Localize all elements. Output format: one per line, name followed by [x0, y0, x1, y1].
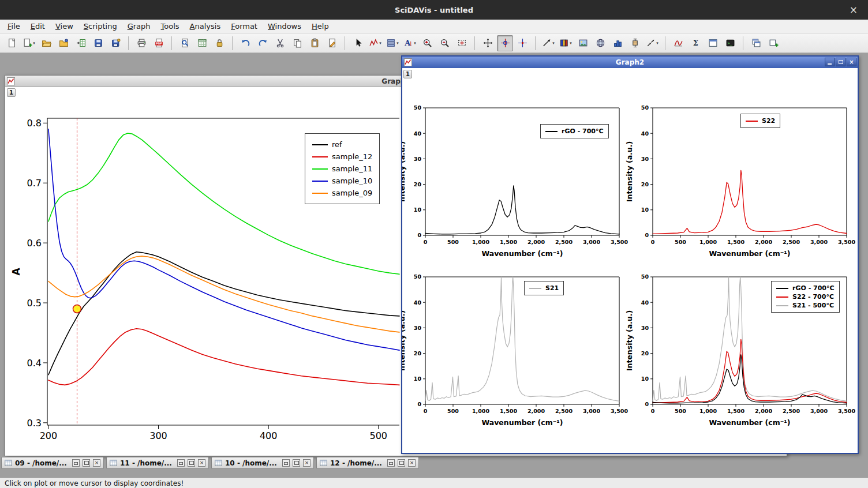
redo-button[interactable] — [255, 35, 271, 51]
menu-scripting[interactable]: Scripting — [78, 20, 122, 32]
script-window-button[interactable] — [705, 35, 721, 51]
arrange-layers-button[interactable]: ▾ — [384, 35, 401, 51]
copy-icon — [293, 38, 302, 48]
dropdown-arrow-icon[interactable]: ▾ — [33, 41, 35, 46]
close-button[interactable]: × — [198, 459, 205, 467]
zoom-in-button[interactable] — [419, 35, 435, 51]
uvvis-legend[interactable]: refsample_12sample_11sample_10sample_09 — [305, 133, 380, 204]
open-project-button[interactable] — [38, 35, 54, 51]
maximize-icon — [399, 461, 404, 465]
window-tab-10[interactable]: 10 - /home/...× — [211, 457, 314, 469]
screen-reader-button[interactable] — [514, 35, 530, 51]
menu-help[interactable]: Help — [306, 20, 334, 32]
new-graph-button[interactable]: ▾ — [21, 35, 37, 51]
close-button[interactable]: × — [303, 459, 310, 467]
svg-text:400: 400 — [260, 430, 278, 441]
maximize-button[interactable] — [836, 58, 845, 66]
export-pdf-button[interactable]: PDF — [151, 35, 167, 51]
raman-plot-s22[interactable]: 05001,0001,5002,0002,5003,0003,500010203… — [653, 108, 847, 235]
menu-file[interactable]: File — [2, 20, 25, 32]
maximize-button[interactable] — [83, 459, 90, 467]
pointer-button[interactable] — [350, 35, 366, 51]
plot-color-map-button[interactable]: ▾ — [558, 35, 574, 51]
app-close-button[interactable]: × — [844, 0, 863, 20]
window-tab-12[interactable]: 12 - /home/...× — [316, 457, 419, 469]
duplicate-window-icon — [751, 38, 761, 48]
select-data-range-button[interactable]: ▾ — [367, 35, 383, 51]
copy-button[interactable] — [289, 35, 305, 51]
save-project-button[interactable] — [90, 35, 106, 51]
save-template-icon — [111, 38, 121, 48]
dropdown-arrow-icon[interactable]: ▾ — [396, 41, 399, 46]
close-button[interactable]: × — [93, 459, 100, 467]
graph2-layer-button[interactable]: 1 — [403, 70, 412, 78]
raman-plot-s21[interactable]: 05001,0001,5002,0002,5003,0003,500010203… — [425, 277, 619, 404]
duplicate-window-button[interactable] — [748, 35, 764, 51]
dropdown-arrow-icon[interactable]: ▾ — [414, 41, 416, 46]
lock-toolbars-button[interactable] — [211, 35, 227, 51]
undo-button[interactable] — [237, 35, 253, 51]
cut-button[interactable] — [272, 35, 288, 51]
plot-vectors-button[interactable]: ▾ — [644, 35, 660, 51]
open-template-button[interactable] — [55, 35, 72, 51]
data-reader-button[interactable] — [497, 35, 513, 51]
window-tab-11[interactable]: 11 - /home/...× — [106, 457, 209, 469]
window-tab-09[interactable]: 09 - /home/...× — [1, 457, 104, 469]
plot-box-button[interactable] — [627, 35, 643, 51]
paste-button[interactable] — [306, 35, 323, 51]
project-explorer-button[interactable] — [177, 35, 193, 51]
maximize-button[interactable] — [398, 459, 405, 467]
rescale-axes-icon — [457, 38, 467, 48]
menu-format[interactable]: Format — [226, 20, 263, 32]
export-graph-button[interactable] — [324, 35, 340, 51]
graph2-window[interactable]: Graph2 × 1 05001,0001,5002,0002,5003,000… — [401, 55, 859, 454]
menu-view[interactable]: View — [50, 20, 78, 32]
menu-edit[interactable]: Edit — [25, 20, 50, 32]
plot-image-button[interactable] — [575, 35, 591, 51]
plot-bars-button[interactable] — [609, 35, 626, 51]
menu-analysis[interactable]: Analysis — [185, 20, 226, 32]
minimize-button[interactable] — [825, 58, 835, 66]
new-project-button[interactable] — [3, 35, 20, 51]
draw-arrow-button[interactable]: ▾ — [540, 35, 556, 51]
sum-of-functions-button[interactable]: Σ — [687, 35, 704, 51]
uvvis-plot[interactable]: 2003004005000.30.40.50.60.70.8Arefsample… — [47, 118, 399, 425]
maximize-button[interactable] — [293, 459, 300, 467]
import-ascii-button[interactable] — [73, 35, 89, 51]
save-template-button[interactable] — [107, 35, 124, 51]
fit-wizard-button[interactable] — [670, 35, 686, 51]
dropdown-arrow-icon[interactable]: ▾ — [379, 41, 381, 46]
zoom-out-button[interactable] — [436, 35, 452, 51]
raman1-legend[interactable]: rGO - 700°C — [540, 124, 609, 138]
dropdown-arrow-icon[interactable]: ▾ — [656, 41, 659, 46]
menu-windows[interactable]: Windows — [263, 20, 306, 32]
menu-graph[interactable]: Graph — [122, 20, 156, 32]
move-data-points-button[interactable] — [480, 35, 496, 51]
raman-plot-rgo[interactable]: 05001,0001,5002,0002,5003,0003,500010203… — [425, 108, 619, 235]
graph1-layer-button[interactable]: 1 — [7, 88, 16, 97]
restore-button[interactable] — [177, 459, 185, 467]
print-button[interactable] — [133, 35, 149, 51]
dropdown-arrow-icon[interactable]: ▾ — [552, 41, 555, 46]
raman2-legend[interactable]: S22 — [740, 114, 780, 128]
close-button[interactable]: × — [847, 58, 856, 66]
restore-button[interactable] — [72, 459, 80, 467]
python-console-button[interactable]: >_ — [722, 35, 738, 51]
maximize-button[interactable] — [188, 459, 195, 467]
plot-3d-sphere-button[interactable] — [592, 35, 608, 51]
rescale-axes-button[interactable] — [454, 35, 470, 51]
dropdown-arrow-icon[interactable]: ▾ — [570, 41, 572, 46]
restore-button[interactable] — [387, 459, 395, 467]
svg-text:50: 50 — [641, 273, 649, 280]
svg-text:0.3: 0.3 — [27, 418, 42, 429]
raman-plot-combined[interactable]: 05001,0001,5002,0002,5003,0003,500010203… — [653, 277, 847, 404]
add-text-button[interactable]: Al▾ — [402, 35, 418, 51]
raman3-legend[interactable]: S21 — [524, 281, 564, 295]
graph2-titlebar[interactable]: Graph2 × — [402, 57, 858, 68]
raman4-legend[interactable]: rGO - 700°CS22 - 700°CS21 - 500°C — [771, 281, 840, 313]
close-button[interactable]: × — [408, 459, 416, 467]
add-layer-button[interactable] — [765, 35, 781, 51]
new-table-button[interactable] — [194, 35, 210, 51]
restore-button[interactable] — [282, 459, 290, 467]
menu-tools[interactable]: Tools — [156, 20, 185, 32]
